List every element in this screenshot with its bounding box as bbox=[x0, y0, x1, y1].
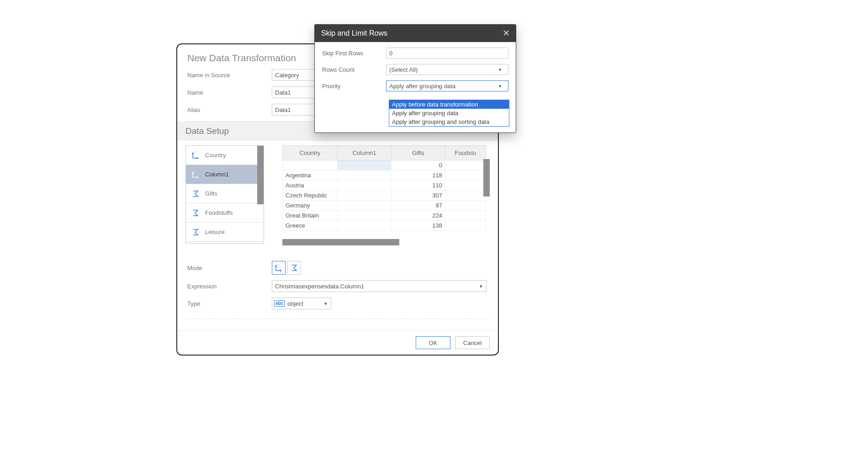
dimension-icon bbox=[274, 263, 283, 272]
table-header-foodstu[interactable]: Foodstu bbox=[445, 146, 486, 160]
svg-point-3 bbox=[194, 170, 194, 171]
table-cell[interactable]: Austria bbox=[283, 181, 338, 191]
expression-combo[interactable]: Christmasexpensesdata.Column1 ▾ bbox=[272, 280, 487, 292]
table-header-column1[interactable]: Column1 bbox=[338, 146, 392, 160]
ok-button[interactable]: OK bbox=[416, 336, 450, 349]
column-list-label: Leisure bbox=[205, 228, 225, 235]
table-row[interactable]: Greece138 bbox=[283, 221, 486, 231]
separator bbox=[185, 319, 490, 319]
table-row[interactable]: Great Britain224 bbox=[283, 211, 486, 221]
column-list-item[interactable]: Column1 bbox=[186, 165, 264, 184]
table-cell[interactable] bbox=[445, 181, 486, 191]
svg-point-8 bbox=[279, 264, 279, 265]
table-cell[interactable]: Great Britain bbox=[283, 211, 338, 221]
skip-limit-title: Skip and Limit Rows bbox=[321, 29, 387, 37]
column-list-item[interactable]: Gifts bbox=[186, 184, 264, 203]
skip-limit-dialog: Skip and Limit Rows Skip First Rows Rows… bbox=[314, 24, 516, 133]
table-cell[interactable]: Argentina bbox=[283, 170, 338, 181]
table-scrollbar-vertical[interactable] bbox=[483, 159, 490, 197]
table-cell[interactable] bbox=[338, 181, 392, 191]
column-list-label: Gifts bbox=[205, 190, 217, 197]
type-combo[interactable]: abc object ▾ bbox=[272, 298, 331, 309]
chevron-down-icon[interactable]: ▾ bbox=[495, 83, 505, 89]
table-row[interactable]: Argentina118 bbox=[283, 170, 486, 181]
chevron-down-icon[interactable]: ▾ bbox=[476, 283, 486, 289]
column-list-scrollbar[interactable] bbox=[257, 146, 264, 204]
mode-measure-button[interactable] bbox=[287, 261, 301, 275]
table-cell[interactable] bbox=[445, 170, 486, 181]
svg-point-2 bbox=[196, 151, 196, 152]
svg-point-0 bbox=[194, 151, 194, 152]
cancel-button[interactable]: Cancel bbox=[455, 336, 490, 349]
priority-option[interactable]: Apply after grouping data bbox=[389, 109, 509, 117]
table-cell[interactable]: 307 bbox=[392, 191, 445, 201]
skip-first-rows-input[interactable] bbox=[386, 48, 508, 58]
svg-point-1 bbox=[195, 151, 195, 152]
column-list-label: Foodstuffs bbox=[205, 209, 233, 216]
svg-point-7 bbox=[278, 264, 278, 265]
column-list: CountryColumn1GiftsFoodstuffsLeisure bbox=[185, 145, 264, 244]
priority-option[interactable]: Apply before data transformation bbox=[389, 100, 509, 109]
dimension-icon bbox=[191, 170, 201, 180]
mode-label: Mode bbox=[187, 265, 272, 271]
column-list-item[interactable]: Foodstuffs bbox=[186, 203, 264, 223]
table-cell[interactable] bbox=[338, 160, 392, 170]
table-row[interactable]: 0 bbox=[283, 160, 486, 170]
table-cell[interactable] bbox=[445, 211, 486, 221]
svg-point-4 bbox=[195, 170, 195, 171]
name-in-source-label: Name in Source bbox=[187, 72, 272, 79]
name-label: Name bbox=[187, 89, 272, 96]
priority-option[interactable]: Apply after grouping and sorting data bbox=[389, 117, 509, 126]
column-list-label: Column1 bbox=[205, 171, 229, 178]
sigma-icon bbox=[290, 263, 299, 272]
priority-dropdown: Apply before data transformation Apply a… bbox=[389, 100, 509, 127]
chevron-down-icon[interactable]: ▾ bbox=[495, 67, 505, 73]
rows-count-combo[interactable]: (Select All) ▾ bbox=[386, 64, 508, 75]
table-row[interactable]: Germany97 bbox=[283, 201, 486, 211]
table-cell[interactable] bbox=[283, 160, 338, 170]
priority-combo[interactable]: Apply after grouping data ▾ bbox=[386, 80, 508, 91]
table-cell[interactable]: Czech Republic bbox=[283, 191, 338, 201]
svg-point-6 bbox=[277, 264, 277, 265]
table-header-gifts[interactable]: Gifts bbox=[392, 146, 445, 160]
table-cell[interactable]: 110 bbox=[392, 181, 445, 191]
column-list-item[interactable]: Country bbox=[186, 146, 264, 165]
close-icon[interactable] bbox=[503, 30, 509, 37]
table-cell[interactable]: 118 bbox=[392, 170, 445, 181]
mode-dimension-button[interactable] bbox=[272, 261, 286, 275]
dimension-icon bbox=[191, 150, 201, 160]
data-table: Country Column1 Gifts Foodstu 0Argentina… bbox=[282, 145, 486, 231]
table-cell[interactable] bbox=[338, 211, 392, 221]
abc-icon: abc bbox=[274, 300, 285, 307]
table-cell[interactable] bbox=[338, 221, 392, 231]
table-cell[interactable]: 97 bbox=[392, 201, 445, 211]
table-cell[interactable] bbox=[338, 201, 392, 211]
table-cell[interactable]: 224 bbox=[392, 211, 445, 221]
type-label: Type bbox=[187, 300, 272, 307]
table-scrollbar-horizontal[interactable] bbox=[282, 239, 399, 245]
table-cell[interactable]: Greece bbox=[283, 221, 338, 231]
table-row[interactable]: Austria110 bbox=[283, 181, 486, 191]
table-cell[interactable] bbox=[445, 160, 486, 170]
chevron-down-icon[interactable]: ▾ bbox=[321, 301, 331, 307]
sigma-icon bbox=[191, 227, 201, 237]
skip-first-rows-label: Skip First Rows bbox=[322, 50, 381, 57]
priority-value: Apply after grouping data bbox=[389, 83, 455, 90]
rows-count-label: Rows Count bbox=[322, 66, 381, 73]
table-cell[interactable]: 138 bbox=[392, 221, 445, 231]
table-header-country[interactable]: Country bbox=[283, 146, 338, 160]
table-cell[interactable]: Germany bbox=[283, 201, 338, 211]
table-cell[interactable] bbox=[445, 221, 486, 231]
table-cell[interactable] bbox=[338, 191, 392, 201]
table-cell[interactable] bbox=[445, 201, 486, 211]
table-cell[interactable] bbox=[445, 191, 486, 201]
table-row[interactable]: Czech Republic307 bbox=[283, 191, 486, 201]
sigma-icon bbox=[191, 208, 201, 218]
data-preview: Country Column1 Gifts Foodstu 0Argentina… bbox=[282, 145, 490, 244]
column-list-label: Country bbox=[205, 152, 226, 159]
table-cell[interactable] bbox=[338, 170, 392, 181]
sigma-icon bbox=[191, 189, 201, 199]
svg-point-5 bbox=[196, 170, 196, 171]
column-list-item[interactable]: Leisure bbox=[186, 223, 264, 242]
table-cell[interactable]: 0 bbox=[392, 160, 445, 170]
